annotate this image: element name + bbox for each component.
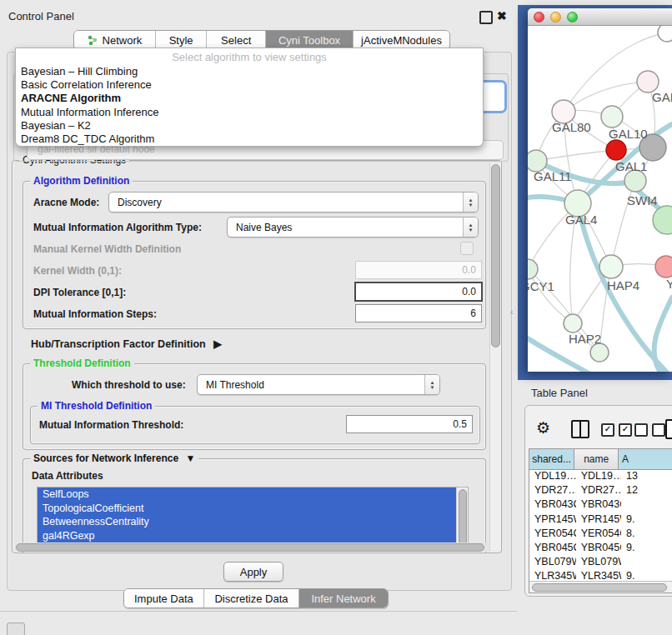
settings-hscroll-thumb[interactable]	[16, 543, 484, 552]
sources-group-title[interactable]: Sources for Network Inference ▼	[30, 452, 198, 464]
algorithm-option[interactable]: ARACNE Algorithm	[16, 92, 483, 105]
network-edge-thick[interactable]	[654, 298, 672, 372]
kernel-width-field[interactable]: 0.0	[355, 261, 482, 279]
checked-box-icon: ✓	[601, 423, 614, 437]
network-node[interactable]	[599, 255, 623, 278]
algorithm-option[interactable]: Bayesian – K2	[16, 119, 483, 132]
float-panel-button[interactable]	[479, 11, 493, 24]
splitter-arrow-icon[interactable]: ‹	[510, 307, 514, 317]
tab-style[interactable]: Style	[156, 31, 208, 49]
mi-steps-field[interactable]: 6	[355, 304, 482, 322]
table-row[interactable]: YPR145WYPR145W9.	[529, 513, 672, 528]
settings-horizontal-scrollbar[interactable]	[15, 542, 490, 552]
network-edge[interactable]	[536, 150, 616, 161]
document-icon[interactable]	[665, 419, 672, 439]
manual-kernel-checkbox[interactable]	[460, 242, 474, 255]
algorithm-option[interactable]: Basic Correlation Inference	[16, 78, 483, 92]
threshold-definition-group: Threshold Definition Which threshold to …	[23, 363, 486, 450]
network-node[interactable]	[653, 206, 672, 234]
mi-threshold-group-title: MI Threshold Definition	[38, 400, 155, 412]
algorithm-option-list: Bayesian – Hill ClimbingBasic Correlatio…	[16, 65, 483, 146]
stepper-icon[interactable]: ▲ ▼	[424, 375, 439, 394]
tab-discretize-data[interactable]: Discretize Data	[204, 589, 299, 608]
table-row[interactable]: YDL19…YDL19…13	[529, 470, 672, 484]
which-threshold-combo[interactable]: MI Threshold ▲ ▼	[197, 374, 440, 395]
network-node[interactable]	[601, 106, 623, 128]
stepper-icon[interactable]: ▲ ▼	[463, 218, 478, 237]
algorithm-option[interactable]: Mutual Information Inference	[16, 106, 483, 119]
app-screen: Control Panel ✖ Network Style Select Cyn	[0, 0, 672, 635]
apply-label: Apply	[240, 566, 268, 578]
column-header-partial[interactable]: A	[619, 449, 672, 469]
mi-steps-label: Mutual Information Steps:	[33, 308, 157, 320]
apply-button[interactable]: Apply	[223, 562, 283, 582]
mi-type-combo[interactable]: Naive Bayes ▲ ▼	[227, 217, 479, 238]
network-node[interactable]	[655, 256, 672, 278]
tab-select[interactable]: Select	[207, 31, 266, 49]
mi-steps-value: 6	[470, 308, 476, 319]
table-row[interactable]: YDR27…YDR27…12	[529, 484, 672, 498]
table-hscroll-thumb[interactable]	[532, 583, 667, 592]
table-row[interactable]: YBR045CYBR045C9.	[529, 542, 672, 556]
network-node[interactable]	[606, 140, 626, 160]
zoom-window-icon[interactable]	[567, 12, 578, 22]
table-row[interactable]: YBR043CYBR043C	[529, 498, 672, 512]
minimize-window-icon[interactable]	[550, 12, 561, 22]
attribute-item[interactable]: gal4RGexp	[38, 529, 457, 543]
tab-jactivemnodules[interactable]: jActiveMNodules	[354, 31, 449, 49]
table-horizontal-scrollbar[interactable]	[529, 581, 672, 592]
algorithm-option[interactable]: Dream8 DC_TDC Algorithm	[16, 132, 483, 146]
tab-label: Impute Data	[134, 592, 193, 605]
algorithm-option[interactable]: Bayesian – Hill Climbing	[16, 65, 483, 78]
stepper-icon[interactable]: ▲ ▼	[463, 192, 478, 212]
node-table: shared... name A YDL19…YDL19…13YDR27…YDR…	[529, 448, 672, 593]
table-cell: YDR27…	[529, 484, 576, 498]
select-all-checks-icon[interactable]: ✓ ✓	[601, 423, 632, 437]
network-node[interactable]	[528, 259, 538, 279]
close-panel-icon[interactable]: ✖	[497, 10, 507, 22]
algorithm-definition-group: Algorithm Definition Aracne Mode: Discov…	[23, 181, 486, 329]
deselect-all-checks-icon[interactable]	[634, 423, 665, 437]
attributes-scrollbar[interactable]	[456, 488, 468, 549]
dpi-tolerance-field[interactable]: 0.0	[354, 282, 483, 302]
tab-cyni-toolbox[interactable]: Cyni Toolbox	[266, 31, 354, 49]
mi-threshold-field[interactable]: 0.5	[346, 415, 473, 433]
table-row[interactable]: YBL079WYBL079W	[529, 556, 672, 570]
tab-network[interactable]: Network	[74, 31, 156, 49]
table-cell	[621, 556, 672, 570]
table-cell: YDR27…	[576, 484, 621, 498]
attribute-item[interactable]: BetweennessCentrality	[38, 515, 457, 529]
column-layout-icon[interactable]	[571, 420, 589, 438]
attribute-item[interactable]: TopologicalCoefficient	[38, 502, 457, 516]
sources-group: Sources for Network Inference ▼ Data Att…	[23, 458, 486, 552]
hub-definition-toggle[interactable]: Hub/Transcription Factor Definition ▶	[31, 338, 222, 350]
table-cell	[621, 498, 672, 512]
settings-vscroll-thumb[interactable]	[491, 164, 500, 348]
network-node[interactable]	[564, 314, 582, 332]
attributes-scroll-thumb[interactable]	[459, 489, 467, 548]
gear-icon[interactable]: ⚙	[536, 418, 550, 437]
network-node-label: GAL	[652, 90, 672, 104]
checked-box-icon: ✓	[619, 423, 632, 437]
minimized-panel-button[interactable]	[7, 622, 25, 635]
mi-threshold-value: 0.5	[453, 418, 467, 430]
column-header-shared-name[interactable]: shared...	[529, 449, 574, 469]
column-header-name[interactable]: name	[574, 449, 619, 469]
tab-impute-data[interactable]: Impute Data	[124, 589, 204, 608]
network-canvas[interactable]: GALGAL80GAL10GAL1GAL11SWI4GAL4GCY1HAP4YH…	[528, 26, 672, 372]
table-cell: YER054C	[529, 528, 576, 542]
network-node[interactable]	[590, 343, 609, 362]
which-threshold-label: Which threshold to use:	[72, 379, 186, 391]
settings-vertical-scrollbar[interactable]	[489, 162, 500, 551]
kernel-width-value: 0.0	[462, 264, 476, 276]
close-window-icon[interactable]	[534, 12, 544, 22]
table-body: YDL19…YDL19…13YDR27…YDR27…12YBR043CYBR04…	[529, 470, 672, 593]
collapse-down-icon: ▼	[185, 452, 195, 464]
network-window-titlebar[interactable]	[528, 8, 672, 26]
aracne-mode-combo[interactable]: Discovery ▲ ▼	[108, 192, 479, 212]
table-row[interactable]: YER054CYER054C8.	[529, 528, 672, 542]
attribute-item[interactable]: SelfLoops	[38, 488, 457, 502]
tab-infer-network[interactable]: Infer Network	[299, 589, 388, 608]
manual-kernel-label: Manual Kernel Width Definition	[33, 243, 181, 255]
network-node[interactable]	[658, 26, 672, 42]
